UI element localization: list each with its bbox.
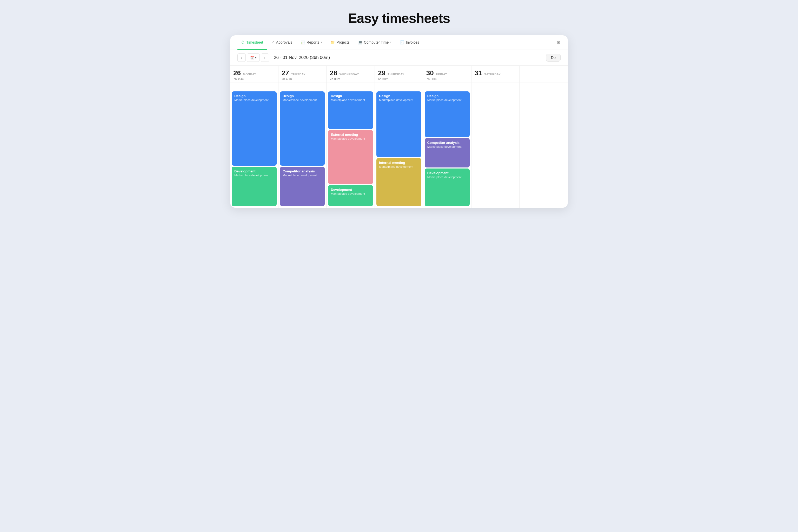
toolbar-right: Do: [546, 54, 561, 61]
event-title: Design: [283, 94, 322, 98]
tab-reports[interactable]: 📊 Reports ▾: [297, 35, 326, 50]
event-wed-dev[interactable]: Development Marketplace development: [328, 185, 373, 206]
calendar-body: Design Marketplace development Developme…: [230, 83, 568, 208]
event-sub: Marketplace development: [379, 98, 419, 101]
day-hours-mon: 7h 45m: [233, 77, 275, 81]
day-col-wed: Design Marketplace development External …: [327, 83, 375, 208]
calendar-icon: 📅: [250, 56, 254, 60]
computer-time-chevron-icon: ▾: [390, 41, 391, 44]
timesheet-icon: ⏱: [241, 40, 245, 44]
day-header-sat: 31 SATURDAY: [471, 66, 520, 83]
invoices-icon: 🧾: [400, 40, 404, 44]
settings-button[interactable]: ⚙: [556, 40, 561, 45]
event-mon-design[interactable]: Design Marketplace development: [232, 91, 277, 166]
approvals-icon: ✓: [272, 40, 275, 44]
calendar-picker-button[interactable]: 📅 ▾: [247, 54, 260, 62]
projects-icon: 📁: [330, 40, 335, 44]
event-title: Competitor analysis: [283, 169, 322, 173]
day-header-fri: 30 FRIDAY 7h 00m: [423, 66, 471, 83]
day-header-mon: 26 MONDAY 7h 45m: [230, 66, 278, 83]
event-fri-design[interactable]: Design Marketplace development: [425, 91, 470, 137]
tab-approvals[interactable]: ✓ Approvals: [268, 35, 296, 50]
event-title: Design: [234, 94, 274, 98]
event-wed-design[interactable]: Design Marketplace development: [328, 91, 373, 129]
day-col-extra: [520, 83, 568, 208]
nav-bar: ⏱ Timesheet ✓ Approvals 📊 Reports ▾ 📁 Pr…: [230, 35, 568, 50]
event-title: Design: [331, 94, 370, 98]
day-header-tue: 27 TUESDAY 7h 45m: [278, 66, 327, 83]
event-sub: Marketplace development: [427, 145, 467, 148]
event-fri-dev[interactable]: Development Marketplace development: [425, 169, 470, 206]
day-hours-fri: 7h 00m: [426, 77, 468, 81]
settings-icon: ⚙: [556, 40, 561, 45]
event-sub: Marketplace development: [283, 174, 322, 177]
prev-week-button[interactable]: ‹: [237, 54, 246, 62]
day-col-fri: Design Marketplace development Competito…: [423, 83, 471, 208]
day-name-fri: FRIDAY: [436, 73, 447, 76]
day-name-sat: SATURDAY: [484, 73, 501, 76]
event-thu-internal[interactable]: Internal meeting Marketplace development: [376, 158, 421, 206]
reports-chevron-icon: ▾: [321, 41, 322, 44]
event-sub: Marketplace development: [234, 98, 274, 101]
do-button[interactable]: Do: [546, 54, 561, 61]
next-icon: ›: [264, 56, 265, 60]
event-title: Competitor analysis: [427, 141, 467, 145]
day-col-tue: Design Marketplace development Competito…: [278, 83, 327, 208]
day-num-wed: 28: [330, 69, 337, 77]
event-sub: Marketplace development: [234, 174, 274, 177]
day-name-tue: TUESDAY: [291, 73, 305, 76]
day-hours-tue: 7h 45m: [282, 77, 323, 81]
event-thu-design[interactable]: Design Marketplace development: [376, 91, 421, 157]
day-name-mon: MONDAY: [243, 73, 256, 76]
day-num-thu: 29: [378, 69, 386, 77]
next-week-button[interactable]: ›: [261, 54, 269, 62]
day-header-extra: [520, 66, 568, 83]
day-col-mon: Design Marketplace development Developme…: [230, 83, 278, 208]
tab-timesheet[interactable]: ⏱ Timesheet: [237, 35, 267, 50]
event-tue-competitor[interactable]: Competitor analysis Marketplace developm…: [280, 167, 325, 206]
event-title: Design: [379, 94, 419, 98]
event-title: External meeting: [331, 133, 370, 137]
calendar-chevron-icon: ▾: [255, 56, 256, 59]
tab-computer-time[interactable]: 💻 Computer Time ▾: [354, 35, 395, 50]
event-sub: Marketplace development: [331, 98, 370, 101]
page-title: Easy timesheets: [348, 11, 450, 26]
toolbar: ‹ 📅 ▾ › 26 - 01 Nov, 2020 (36h 00m) Do: [230, 50, 568, 66]
tab-projects[interactable]: 📁 Projects: [327, 35, 353, 50]
event-mon-dev[interactable]: Development Marketplace development: [232, 167, 277, 206]
day-num-mon: 26: [233, 69, 241, 77]
event-sub: Marketplace development: [427, 98, 467, 101]
event-sub: Marketplace development: [283, 98, 322, 101]
event-title: Development: [427, 171, 467, 175]
event-sub: Marketplace development: [331, 192, 370, 195]
event-sub: Marketplace development: [379, 165, 419, 168]
day-col-thu: Design Marketplace development Internal …: [375, 83, 423, 208]
day-hours-thu: 6h 30m: [378, 77, 420, 81]
day-name-wed: WEDNESDAY: [339, 73, 359, 76]
day-name-thu: THURSDAY: [388, 73, 405, 76]
day-col-sat: [471, 83, 520, 208]
day-header-wed: 28 WEDNESDAY 7h 00m: [327, 66, 375, 83]
nav-arrows: ‹ 📅 ▾ ›: [237, 54, 269, 62]
nav-tabs: ⏱ Timesheet ✓ Approvals 📊 Reports ▾ 📁 Pr…: [237, 35, 556, 50]
event-sub: Marketplace development: [331, 137, 370, 140]
day-hours-wed: 7h 00m: [330, 77, 371, 81]
event-title: Development: [331, 188, 370, 192]
day-num-fri: 30: [426, 69, 434, 77]
event-title: Development: [234, 169, 274, 173]
calendar-header: 26 MONDAY 7h 45m 27 TUESDAY 7h 45m 28 WE…: [230, 66, 568, 83]
day-header-thu: 29 THURSDAY 6h 30m: [375, 66, 423, 83]
app-card: ⏱ Timesheet ✓ Approvals 📊 Reports ▾ 📁 Pr…: [230, 35, 568, 208]
event-title: Internal meeting: [379, 161, 419, 165]
day-num-tue: 27: [282, 69, 289, 77]
tab-invoices[interactable]: 🧾 Invoices: [396, 35, 423, 50]
reports-icon: 📊: [300, 40, 305, 44]
event-tue-design[interactable]: Design Marketplace development: [280, 91, 325, 166]
computer-time-icon: 💻: [358, 40, 363, 44]
prev-icon: ‹: [241, 56, 242, 60]
event-wed-external[interactable]: External meeting Marketplace development: [328, 130, 373, 184]
date-range: 26 - 01 Nov, 2020 (36h 00m): [274, 55, 330, 60]
event-sub: Marketplace development: [427, 175, 467, 178]
event-title: Design: [427, 94, 467, 98]
event-fri-competitor[interactable]: Competitor analysis Marketplace developm…: [425, 138, 470, 168]
